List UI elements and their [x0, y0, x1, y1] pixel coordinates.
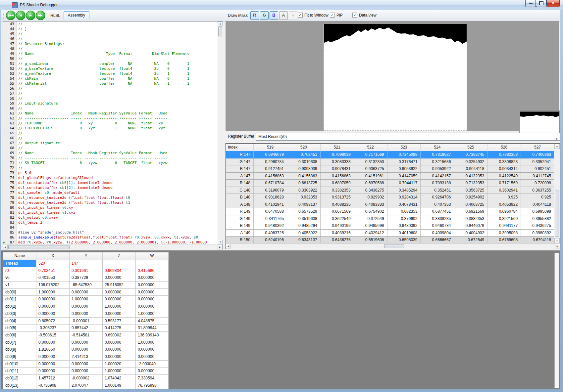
- watch-row-cb04[interactable]: cb0[4]0.805072-0.0000010.5931774.048575: [3, 318, 169, 325]
- variable-value-cell: -0.305237: [36, 325, 70, 331]
- register-row-r-147[interactable]: R 1470.69460790.7024510.70980390.7171569…: [226, 151, 554, 158]
- register-row-a-149[interactable]: A 1490.40637250.40539220.40392160.402941…: [226, 230, 554, 237]
- register-row-r-148[interactable]: R 1480.67107840.68137250.68970590.697058…: [226, 180, 554, 187]
- pip-checkbox[interactable]: ✓PiP: [330, 13, 343, 18]
- register-buffer-dropdown[interactable]: Most Recent(r0) ▼: [256, 133, 560, 141]
- column-header[interactable]: 521: [321, 144, 354, 151]
- channel-b-button[interactable]: B: [270, 11, 278, 20]
- minimize-button[interactable]: [525, 0, 536, 7]
- code-text: sample_indexable(texture2d)(float,float,…: [18, 235, 198, 240]
- watch-row-v0[interactable]: v00.4015530.3877290.0000000.000000: [3, 274, 169, 282]
- column-header[interactable]: Z: [103, 252, 136, 260]
- line-number: 51: [3, 61, 14, 66]
- code-vertical-scrollbar[interactable]: ▲ ▼: [218, 22, 223, 244]
- register-row-b-147[interactable]: B 1470.91274510.90980390.90784310.906372…: [226, 165, 554, 173]
- register-row-b-149[interactable]: B 1490.94803920.94852940.94901960.949509…: [226, 222, 554, 230]
- watch-row-cb012[interactable]: cb0[12]1.457712-0.0000021.0740427.330594: [3, 375, 169, 382]
- tab-hlsl[interactable]: HLSL: [48, 12, 63, 19]
- column-header[interactable]: 519: [254, 144, 287, 151]
- register-row-b-148[interactable]: B 1480.93186280.9323530.93137250.9299020…: [226, 194, 554, 201]
- watch-row-cb09[interactable]: cb0[9]0.0000002.4142130.0000000.000000: [3, 353, 169, 361]
- watch-row-cb00[interactable]: cb0[0]1.0000000.0000000.0000000.000000: [3, 289, 169, 296]
- scroll-up-icon[interactable]: ▲: [218, 22, 223, 26]
- mask-viewport[interactable]: [226, 21, 559, 131]
- column-header[interactable]: 524: [421, 144, 454, 151]
- data-view-checkbox[interactable]: ✓Data view: [352, 13, 377, 18]
- register-row-a-147[interactable]: A 1470.41568630.41568630.41568630.415196…: [226, 173, 554, 180]
- variables-panel-scrollbar[interactable]: [554, 253, 559, 388]
- column-header[interactable]: W: [136, 252, 169, 260]
- column-header[interactable]: 525: [454, 144, 487, 151]
- column-header[interactable]: Index: [226, 144, 254, 151]
- line-number: 75: [3, 180, 14, 185]
- watch-row-cb013[interactable]: cb0[13]-0.7369082.0700471.00014976.79599…: [3, 382, 169, 389]
- scroll-thumb[interactable]: [218, 26, 222, 36]
- scroll-down-icon[interactable]: ▼: [554, 238, 560, 243]
- column-header[interactable]: Y: [70, 252, 103, 260]
- register-row-r-149[interactable]: R 1490.64705880.65735290.66715690.675490…: [226, 208, 554, 215]
- register-value-cell: 0.3980392: [521, 230, 554, 237]
- scroll-down-icon[interactable]: ▼: [218, 240, 223, 244]
- step-to-end-button[interactable]: ▶▶|: [36, 11, 45, 20]
- code-editor-pane[interactable]: 43//44// }45//46//47// Resource Bindings…: [3, 21, 223, 249]
- variable-value-cell: 0.000000: [36, 310, 70, 317]
- register-row-g-148[interactable]: G 1480.31960790.33039220.33823530.343627…: [226, 187, 554, 194]
- register-row-r-150[interactable]: R 1500.62401960.63431370.64362750.651960…: [226, 237, 554, 243]
- line-number: 72: [3, 165, 14, 170]
- watch-row-r0[interactable]: r00.7024510.3019610.9098040.415686: [3, 267, 169, 275]
- code-horizontal-scrollbar[interactable]: ◀ ▶: [3, 244, 222, 249]
- scroll-thumb[interactable]: [555, 191, 559, 237]
- step-back-button[interactable]: ◀: [16, 11, 26, 20]
- scroll-left-icon[interactable]: ◀: [226, 244, 231, 248]
- column-header[interactable]: X: [36, 252, 70, 260]
- watch-row-thread[interactable]: Thread520147: [3, 260, 169, 267]
- close-button[interactable]: ✕: [546, 0, 560, 7]
- scroll-right-icon[interactable]: ▶: [218, 245, 222, 249]
- column-header[interactable]: 527: [521, 144, 554, 151]
- column-header[interactable]: 520: [287, 144, 321, 151]
- column-header[interactable]: 523: [387, 144, 421, 151]
- step-forward-button[interactable]: ▶: [26, 11, 35, 20]
- watch-row-cb01[interactable]: cb0[1]0.0000001.0000000.0000000.000000: [3, 296, 169, 303]
- channel-a-button[interactable]: A: [279, 11, 288, 20]
- register-row-g-149[interactable]: G 1490.34117650.35196080.36225490.372549…: [226, 215, 554, 223]
- register-row-a-148[interactable]: A 1480.41029410.40931370.40882350.408333…: [226, 201, 554, 208]
- client-area: |◀◀◀▶▶▶| HLSL Assembly Draw Mask RGBAγ ✓…: [1, 10, 560, 389]
- scroll-up-icon[interactable]: ▲: [554, 144, 560, 149]
- code-text: // Input signature:: [18, 101, 60, 106]
- register-row-g-147[interactable]: G 1470.29607840.30196080.30833330.313235…: [226, 158, 554, 166]
- channel-g-button[interactable]: G: [260, 11, 269, 20]
- fit-to-window-checkbox[interactable]: ✓Fit to Window: [298, 13, 329, 18]
- watch-row-cb02[interactable]: cb0[2]0.0000000.0000001.0000000.000000: [3, 303, 169, 310]
- code-line: 79dcl_resource_texture2d (float,float,fl…: [3, 200, 218, 205]
- scroll-thumb[interactable]: [384, 244, 404, 248]
- register-table-vertical-scrollbar[interactable]: ▲ ▼: [554, 144, 560, 243]
- toolbar-grip[interactable]: [3, 12, 4, 20]
- watch-row-cb010[interactable]: cb0[10]0.0000000.0000001.000020-2.000040: [3, 361, 169, 368]
- code-line: 50// ------------------------------ ----…: [3, 56, 218, 61]
- column-header[interactable]: Name: [3, 252, 36, 260]
- tab-assembly[interactable]: Assembly: [64, 11, 89, 19]
- watch-row-cb011[interactable]: cb0[11]0.0000000.0000001.0000000.000000: [3, 368, 169, 375]
- scroll-right-icon[interactable]: ▶: [555, 244, 560, 248]
- window-title: PS Shader Debugger: [20, 3, 58, 7]
- register-value-cell: 0.9460784: [421, 222, 454, 229]
- watch-row-cb07[interactable]: cb0[7]0.0000000.0000000.0000001.000000: [3, 339, 169, 346]
- mask-image[interactable]: [324, 24, 467, 131]
- watch-row-cb08[interactable]: cb0[8]1.8106600.0000000.0000000.000000: [3, 346, 169, 353]
- step-to-start-button[interactable]: |◀◀: [6, 11, 16, 20]
- scroll-left-icon[interactable]: ◀: [3, 245, 8, 249]
- maximize-button[interactable]: [536, 0, 546, 7]
- channel-r-button[interactable]: R: [250, 11, 259, 20]
- register-table-horizontal-scrollbar[interactable]: ◀ ▶: [226, 243, 560, 249]
- title-bar[interactable]: PS Shader Debugger ✕: [0, 0, 563, 10]
- scroll-thumb[interactable]: [8, 245, 70, 249]
- watch-row-cb06[interactable]: cb0[6]-0.508615-0.5145810.690302136.9391…: [3, 332, 169, 339]
- column-header[interactable]: 526: [487, 144, 521, 151]
- watch-row-v1[interactable]: v1106.076202-65.64753025.9160520.000000: [3, 282, 169, 289]
- register-value-cell: 0.3637255: [521, 187, 554, 194]
- watch-row-cb05[interactable]: cb0[5]-0.3052370.8574420.41427531.809944: [3, 325, 169, 332]
- watch-row-cb03[interactable]: cb0[3]0.0000000.0000000.0000001.000000: [3, 310, 169, 318]
- column-header[interactable]: 522: [354, 144, 387, 151]
- row-label: B 148: [226, 194, 254, 201]
